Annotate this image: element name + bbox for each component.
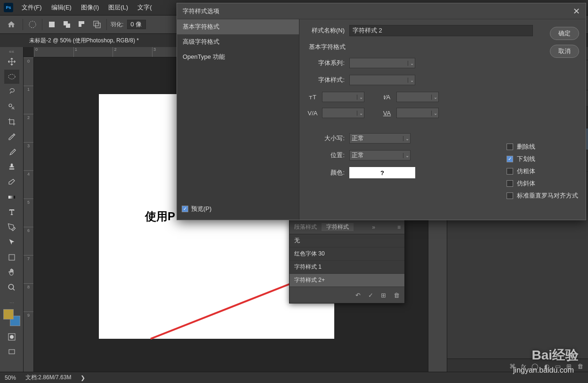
style-item-none[interactable]: 无 bbox=[290, 234, 404, 247]
font-style-label: 字体样式: bbox=[307, 76, 345, 84]
fauxitalic-checkbox[interactable] bbox=[507, 180, 513, 187]
new-style-icon[interactable]: ⊞ bbox=[381, 292, 386, 299]
home-icon[interactable] bbox=[4, 17, 19, 32]
lasso-tool[interactable] bbox=[4, 85, 19, 99]
menu-edit[interactable]: 编辑(E) bbox=[47, 3, 76, 12]
document-tab[interactable]: 未标题-2 @ 50% (使用Photoshop, RGB/8) * bbox=[24, 34, 145, 47]
type-tool[interactable] bbox=[4, 205, 19, 219]
menu-file[interactable]: 文件(F) bbox=[17, 3, 47, 12]
svg-rect-15 bbox=[9, 350, 15, 354]
pen-tool[interactable] bbox=[4, 220, 19, 234]
menu-image[interactable]: 图像(I) bbox=[76, 3, 104, 12]
character-styles-panel: 段落样式 字符样式 » ≡ 无 红色字体 30 字符样式 1 字符样式 2+ ↶… bbox=[289, 220, 405, 303]
font-family-select[interactable]: ⌄ bbox=[349, 58, 415, 68]
doc-size[interactable]: 文档:2.86M/7.63M bbox=[25, 374, 71, 382]
underline-checkbox[interactable] bbox=[507, 156, 513, 162]
clear-override-icon[interactable]: ↶ bbox=[355, 292, 361, 299]
delete-style-icon[interactable]: 🗑 bbox=[394, 292, 400, 299]
marquee-tool-preset-icon[interactable] bbox=[27, 19, 38, 30]
svg-point-9 bbox=[9, 104, 12, 107]
style-name-label: 样式名称(N) bbox=[307, 26, 345, 35]
style-item[interactable]: 红色字体 30 bbox=[290, 247, 404, 261]
sidebar-item-basic[interactable]: 基本字符格式 bbox=[177, 19, 299, 34]
dialog-title: 字符样式选项 bbox=[183, 7, 219, 16]
svg-point-12 bbox=[8, 284, 14, 289]
zoom-level[interactable]: 50% bbox=[5, 375, 16, 381]
position-select[interactable]: 正常⌄ bbox=[349, 150, 411, 160]
style-name-input[interactable] bbox=[349, 25, 533, 36]
tab-character-styles[interactable]: 字符样式 bbox=[322, 223, 354, 231]
stamp-tool[interactable] bbox=[4, 160, 19, 174]
link-layers-icon[interactable]: ⌘ bbox=[509, 363, 516, 370]
eyedropper-tool[interactable] bbox=[4, 130, 19, 144]
layer-fx-icon[interactable]: fx bbox=[521, 363, 526, 370]
quickmask-tool[interactable] bbox=[4, 330, 19, 344]
svg-rect-11 bbox=[9, 255, 15, 260]
kerning-icon: V/A bbox=[307, 110, 318, 117]
color-swatch[interactable]: ? bbox=[349, 167, 415, 178]
tracking-select[interactable]: ⌄ bbox=[396, 108, 439, 118]
case-label: 大小写: bbox=[307, 134, 345, 143]
style-item[interactable]: 字符样式 1 bbox=[290, 261, 404, 274]
fauxbold-checkbox[interactable] bbox=[507, 168, 513, 175]
svg-point-14 bbox=[10, 335, 14, 339]
brush-tool[interactable] bbox=[4, 145, 19, 159]
redefine-icon[interactable]: ✓ bbox=[368, 292, 373, 299]
svg-rect-7 bbox=[96, 23, 100, 28]
leading-select[interactable]: ⌄ bbox=[396, 92, 439, 102]
shape-tool[interactable] bbox=[4, 250, 19, 264]
layer-group-icon[interactable]: ▭ bbox=[555, 363, 561, 370]
fauxitalic-label: 仿斜体 bbox=[517, 179, 535, 188]
gradient-tool[interactable] bbox=[4, 190, 19, 204]
foreground-color-swatch[interactable] bbox=[3, 309, 14, 319]
preview-checkbox[interactable] bbox=[182, 206, 188, 212]
new-layer-icon[interactable]: ⊞ bbox=[566, 363, 572, 370]
add-selection-icon[interactable] bbox=[61, 19, 72, 30]
font-style-select[interactable]: ⌄ bbox=[349, 75, 415, 85]
style-item-active[interactable]: 字符样式 2+ bbox=[290, 274, 404, 287]
case-select[interactable]: 正常⌄ bbox=[349, 133, 411, 144]
menu-type[interactable]: 文字( bbox=[133, 3, 156, 12]
roman-checkbox[interactable] bbox=[507, 192, 513, 199]
crop-tool[interactable] bbox=[4, 115, 19, 129]
panel-menu-icon[interactable]: ≡ bbox=[394, 224, 404, 231]
svg-point-8 bbox=[8, 74, 15, 79]
color-swatches[interactable] bbox=[3, 309, 20, 326]
marquee-tool[interactable] bbox=[4, 70, 19, 84]
adjustment-layer-icon[interactable]: ◐ bbox=[544, 363, 549, 370]
font-size-select[interactable]: ⌄ bbox=[322, 92, 364, 102]
ok-button[interactable]: 确定 bbox=[550, 27, 579, 40]
tracking-icon: VA bbox=[381, 110, 393, 117]
position-label: 位置: bbox=[307, 151, 345, 160]
font-size-icon: ᴛT bbox=[307, 94, 318, 101]
path-select-tool[interactable] bbox=[4, 235, 19, 249]
preview-label: 预览(P) bbox=[191, 205, 211, 213]
sidebar-item-advanced[interactable]: 高级字符格式 bbox=[177, 34, 299, 49]
hand-tool[interactable] bbox=[4, 265, 19, 279]
kerning-select[interactable]: ⌄ bbox=[322, 108, 364, 118]
zoom-tool[interactable] bbox=[4, 280, 19, 295]
status-chevron-icon[interactable]: ❯ bbox=[81, 375, 85, 381]
eraser-tool[interactable] bbox=[4, 175, 19, 189]
character-style-list: 无 红色字体 30 字符样式 1 字符样式 2+ bbox=[290, 234, 404, 287]
menu-layer[interactable]: 图层(L) bbox=[104, 3, 133, 12]
subtract-selection-icon[interactable] bbox=[76, 19, 88, 30]
feather-input[interactable] bbox=[127, 20, 146, 29]
move-tool[interactable] bbox=[4, 55, 19, 69]
ruler-vertical: 0123456789 bbox=[24, 57, 34, 374]
quick-select-tool[interactable] bbox=[4, 100, 19, 114]
sidebar-item-opentype[interactable]: OpenType 功能 bbox=[177, 49, 299, 64]
fauxbold-label: 仿粗体 bbox=[517, 167, 535, 176]
color-label: 颜色: bbox=[307, 168, 345, 177]
new-selection-icon[interactable] bbox=[46, 19, 57, 30]
close-icon[interactable]: ✕ bbox=[573, 6, 580, 16]
svg-point-0 bbox=[29, 21, 36, 28]
tab-paragraph-styles[interactable]: 段落样式 bbox=[290, 223, 322, 231]
panel-expand-icon[interactable]: » bbox=[368, 224, 379, 231]
delete-layer-icon[interactable]: 🗑 bbox=[577, 363, 583, 370]
cancel-button[interactable]: 取消 bbox=[550, 45, 579, 58]
screenmode-tool[interactable] bbox=[4, 345, 19, 359]
intersect-selection-icon[interactable] bbox=[91, 19, 103, 30]
strike-checkbox[interactable] bbox=[507, 144, 513, 150]
layer-mask-icon[interactable]: ◯ bbox=[532, 363, 539, 370]
